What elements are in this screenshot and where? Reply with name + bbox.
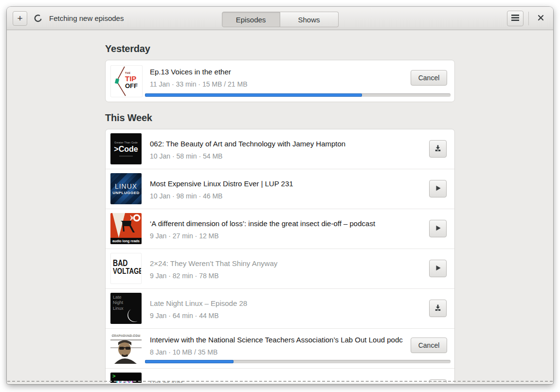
play-button[interactable] <box>429 260 447 277</box>
scroll-undershoot-indicator <box>7 381 553 382</box>
episode-title: ‘A different dimension of loss’: inside … <box>150 219 401 228</box>
episode-row: audio long reads ‘A different dimension … <box>106 209 454 249</box>
podcast-cover-the-tip-off: THE TIP OFF <box>110 65 143 97</box>
download-progress-bar <box>145 360 451 363</box>
podcast-cover-greater-than-code: Greater Than Code >Code <box>110 133 142 164</box>
episode-row: THE TIP OFF Ep.13 Voices in the ether 11… <box>106 60 454 102</box>
episode-meta: 9 Jan · 27 min · 12 MB <box>150 232 219 240</box>
episode-title: Interview with the National Science Teac… <box>150 336 403 344</box>
episode-row: Late Night Linux Late Night Linux – Epis… <box>106 288 454 328</box>
episode-row: CRAPHOUND.COM Interview with the Nationa… <box>106 328 454 368</box>
play-icon <box>434 184 442 194</box>
download-progress-bar <box>145 93 451 97</box>
episode-title: Ep.13 Voices in the ether <box>150 68 403 76</box>
podcast-cover-bad-voltage: BAD VOLTAGE <box>110 253 142 284</box>
podcasts-window: + Fetching new episodes Episodes Shows <box>7 7 553 384</box>
close-button[interactable] <box>534 12 547 25</box>
download-progress-fill <box>145 93 362 97</box>
logo-text: UNPLUGGED <box>112 191 140 195</box>
episode-meta: 8 Jan · 10 MB / 35 MB <box>150 348 217 356</box>
header-right-controls <box>507 11 547 26</box>
play-button[interactable] <box>429 220 447 237</box>
logo-text: LINUX <box>115 182 137 190</box>
episode-meta: 9 Jan · 82 min · 78 MB <box>150 272 219 280</box>
logo-text: VOLTAGE <box>113 267 135 275</box>
episode-title: 2×24: They Weren’t That Shiny Anyway <box>150 259 401 267</box>
episode-row: Greater Than Code >Code 062: The Beauty … <box>106 129 454 169</box>
episode-title: Most Expensive Linux Distro Ever | LUP 2… <box>150 179 401 188</box>
download-icon <box>434 144 442 154</box>
logo-text: Late <box>113 295 122 300</box>
add-podcast-button[interactable]: + <box>13 11 27 26</box>
podcast-cover-audio-long-reads: audio long reads <box>110 213 142 244</box>
logo-text: > <box>112 373 115 379</box>
logo-text: Night <box>113 300 123 305</box>
episode-meta: 10 Jan · 98 min · 46 MB <box>150 192 222 200</box>
logo-text: OFF <box>125 83 138 89</box>
episode-meta: 10 Jan · 58 min · 54 MB <box>150 152 222 160</box>
close-icon <box>538 15 544 22</box>
logo-text: Linux <box>113 306 124 311</box>
play-icon <box>434 224 442 233</box>
podcast-cover-late-night-linux: Late Night Linux <box>110 293 142 324</box>
podcast-cover-linux-unplugged: LINUX UNPLUGGED <box>110 173 142 204</box>
logo-text: TIP <box>125 75 138 82</box>
download-button[interactable] <box>429 140 447 158</box>
download-button[interactable] <box>429 300 447 317</box>
this-week-card: Greater Than Code >Code 062: The Beauty … <box>105 129 455 383</box>
play-icon <box>434 264 442 273</box>
episode-title: 062: The Beauty of Art and Technology wi… <box>150 140 401 148</box>
podcast-cover-craphound: CRAPHOUND.COM <box>110 333 142 364</box>
download-progress-fill <box>145 360 234 363</box>
episode-title: Late Night Linux – Episode 28 <box>150 299 401 307</box>
section-heading-this-week: This Week <box>105 112 455 124</box>
download-icon <box>434 304 442 313</box>
hamburger-icon <box>511 15 519 22</box>
logo-text: Greater Than Code <box>114 141 138 144</box>
logo-text: CRAPHOUND.COM <box>110 334 142 337</box>
header-separator <box>528 12 529 25</box>
cancel-download-button[interactable]: Cancel <box>411 338 447 353</box>
crescent-moon-icon <box>126 308 140 323</box>
view-switcher: Episodes Shows <box>222 12 339 27</box>
status-text: Fetching new episodes <box>49 14 124 22</box>
logo-text: >Code <box>114 145 138 154</box>
episodes-column: Yesterday THE TIP OFF <box>105 30 455 383</box>
yesterday-card: THE TIP OFF Ep.13 Voices in the ether 11… <box>105 60 455 102</box>
logo-text: audio long reads <box>110 238 142 244</box>
section-heading-yesterday: Yesterday <box>105 43 455 54</box>
menu-button[interactable] <box>507 11 524 26</box>
tab-episodes[interactable]: Episodes <box>222 12 280 27</box>
desktop: + Fetching new episodes Episodes Shows <box>0 0 560 392</box>
spinner-icon <box>34 14 42 22</box>
cancel-download-button[interactable]: Cancel <box>411 70 447 86</box>
episode-row: LINUX UNPLUGGED Most Expensive Linux Dis… <box>106 169 454 209</box>
episodes-scroll-area[interactable]: Yesterday THE TIP OFF <box>7 30 553 383</box>
episode-row: BAD VOLTAGE 2×24: They Weren’t That Shin… <box>106 249 454 288</box>
tab-shows[interactable]: Shows <box>280 12 339 27</box>
header-bar: + Fetching new episodes Episodes Shows <box>7 7 553 30</box>
episode-meta: 11 Jan · 33 min · 15 MB / 21 MB <box>150 80 248 88</box>
episode-meta: 9 Jan · 64 min · 44 MB <box>150 312 219 320</box>
play-button[interactable] <box>429 180 447 197</box>
